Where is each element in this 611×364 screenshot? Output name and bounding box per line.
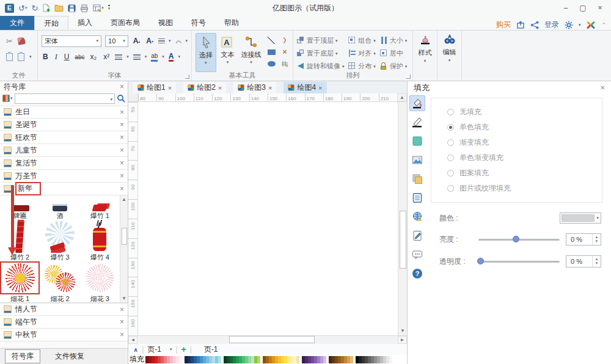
sidebar-item-情人节[interactable]: 情人节×	[0, 303, 128, 316]
spin-down-icon[interactable]: ▼	[595, 261, 599, 266]
panel-tool-note-icon[interactable]	[409, 190, 425, 206]
arrange-size-button[interactable]: 大小▾	[380, 34, 409, 47]
close-icon[interactable]: ×	[120, 121, 124, 128]
transparency-spinner[interactable]: 0 %▲▼	[566, 255, 601, 268]
arrange-send-back-button[interactable]: 置于底层▾	[297, 47, 346, 60]
symbol-firework-2[interactable]: 烟花 2	[40, 261, 79, 303]
scroll-thumb[interactable]	[400, 211, 406, 269]
symbol-plaque[interactable]: 牌匾	[0, 195, 40, 220]
arrange-group-button[interactable]: 组合▾	[348, 34, 377, 47]
panel-tool-web-icon[interactable]	[409, 209, 425, 225]
doc-tab-绘图1[interactable]: 绘图1×	[133, 82, 176, 93]
radio-icon[interactable]	[447, 109, 454, 115]
minimize-button[interactable]: –	[557, 1, 574, 15]
maximize-button[interactable]: ▢	[574, 1, 591, 15]
symbol-firework-3[interactable]: 烟花 3	[80, 261, 120, 303]
scroll-thumb[interactable]	[229, 336, 315, 343]
print-icon[interactable]	[80, 3, 89, 13]
new-file-icon[interactable]	[42, 3, 50, 13]
close-icon[interactable]: ×	[120, 318, 124, 326]
shrink-font-button[interactable]: A	[145, 37, 155, 45]
fill-option-渐变填充[interactable]: 渐变填充	[447, 135, 602, 150]
add-page-button[interactable]: +	[181, 344, 186, 354]
close-button[interactable]: ×	[591, 1, 609, 15]
underline-button[interactable]: U	[63, 53, 71, 61]
highlight-color-button[interactable]: ab	[151, 53, 158, 62]
paste-icon[interactable]	[6, 53, 13, 61]
menu-tab-页面布局[interactable]: 页面布局	[101, 16, 149, 30]
search-icon[interactable]	[117, 94, 125, 103]
menu-tab-插入[interactable]: 插入	[68, 16, 101, 30]
spin-down-icon[interactable]: ▼	[595, 239, 599, 244]
menu-tab-符号[interactable]: 符号	[182, 16, 215, 30]
sidebar-item-儿童节[interactable]: 儿童节×	[0, 144, 128, 157]
sidebar-item-复活节[interactable]: 复活节×	[0, 157, 128, 170]
arc-text-icon[interactable]	[175, 38, 182, 44]
brightness-spinner[interactable]: 0 %▲▼	[566, 233, 601, 246]
menu-tab-视图[interactable]: 视图	[149, 16, 182, 30]
scroll-up-icon[interactable]: ▲	[122, 197, 126, 202]
cut-icon[interactable]: ✂	[6, 37, 13, 46]
menu-tab-文件[interactable]: 文件	[0, 16, 34, 30]
radio-icon[interactable]	[447, 124, 454, 131]
sidebar-item-圣诞节[interactable]: 圣诞节×	[0, 118, 128, 131]
buy-button[interactable]: 购买	[496, 20, 511, 30]
scroll-down-icon[interactable]: ▼	[400, 327, 405, 335]
subscript-button[interactable]: x₂	[89, 53, 98, 61]
strikethrough-button[interactable]: abc	[75, 54, 84, 60]
close-icon[interactable]: ×	[318, 84, 322, 92]
bullet-list-icon[interactable]	[133, 54, 141, 60]
symbol-firework-1[interactable]: 烟花 1	[0, 261, 40, 303]
text-tool-button[interactable]: A 文本▾	[218, 33, 238, 72]
gear-icon[interactable]	[565, 21, 573, 29]
binoculars-icon[interactable]	[444, 34, 456, 46]
close-icon[interactable]: ×	[120, 185, 124, 192]
paste-caret-icon[interactable]: ▾	[29, 54, 32, 59]
sidebar-item-active-category[interactable]: 新年 ×	[0, 183, 128, 195]
undo-icon[interactable]: ↺▾	[18, 3, 27, 13]
customize-icon[interactable]: ▾	[108, 3, 111, 13]
connector-tool-button[interactable]: 连接线▾	[239, 33, 263, 72]
color-swatch-dropdown[interactable]: ▾	[560, 213, 601, 224]
close-icon[interactable]: ×	[120, 83, 124, 90]
pen-tool-icon[interactable]: ×	[280, 48, 289, 56]
gear-caret-icon[interactable]: ▾	[579, 23, 581, 27]
radio-icon[interactable]	[447, 139, 454, 146]
sidebar-tab-文件恢复[interactable]: 文件恢复	[49, 350, 90, 363]
spin-up-icon[interactable]: ▲	[595, 235, 599, 239]
collapse-pages-icon[interactable]: ∧	[133, 346, 138, 353]
panel-tool-line-icon[interactable]	[409, 114, 425, 130]
radio-icon[interactable]	[447, 155, 454, 161]
panel-tool-shape-icon[interactable]	[409, 133, 425, 149]
font-dialog-launcher-icon[interactable]	[185, 75, 189, 79]
font-size-select[interactable]: 10▾	[105, 35, 128, 47]
arrange-align-button[interactable]: 对齐▾	[348, 47, 377, 60]
panel-tool-pages-icon[interactable]	[409, 171, 425, 187]
sidebar-item-狂欢节[interactable]: 狂欢节×	[0, 131, 128, 144]
sidebar-item-中秋节[interactable]: 中秋节×	[0, 329, 128, 341]
line-tool-icon[interactable]	[267, 37, 276, 44]
sidebar-item-万圣节[interactable]: 万圣节×	[0, 170, 128, 183]
ellipse-tool-icon[interactable]	[267, 60, 276, 67]
close-icon[interactable]: ×	[218, 84, 222, 92]
fill-option-无填充[interactable]: 无填充	[447, 104, 602, 120]
close-icon[interactable]: ×	[120, 172, 124, 180]
fill-option-图片或纹理填充[interactable]: 图片或纹理填充	[447, 181, 602, 196]
panel-tool-doc-icon[interactable]	[409, 228, 425, 244]
close-icon[interactable]: ×	[120, 306, 124, 313]
paste-special-icon[interactable]	[18, 53, 24, 61]
doc-tab-绘图3[interactable]: 绘图3×	[233, 82, 276, 93]
scroll-right-icon[interactable]: ►	[398, 336, 407, 344]
sidebar-item-生日[interactable]: 生日×	[0, 106, 128, 118]
italic-button[interactable]: I	[54, 53, 59, 62]
sidebar-tab-符号库[interactable]: 符号库	[5, 349, 40, 363]
close-icon[interactable]: ×	[600, 84, 605, 92]
style-button[interactable]: 样式	[419, 48, 432, 57]
arrange-dialog-launcher-icon[interactable]	[406, 75, 411, 79]
share-icon[interactable]	[530, 21, 539, 29]
close-icon[interactable]: ×	[120, 331, 124, 338]
fill-option-图案填充[interactable]: 图案填充	[447, 166, 602, 181]
color-swatch[interactable]	[389, 356, 392, 363]
open-folder-icon[interactable]	[54, 3, 64, 13]
page-selector[interactable]: 页-1▾	[147, 344, 172, 355]
